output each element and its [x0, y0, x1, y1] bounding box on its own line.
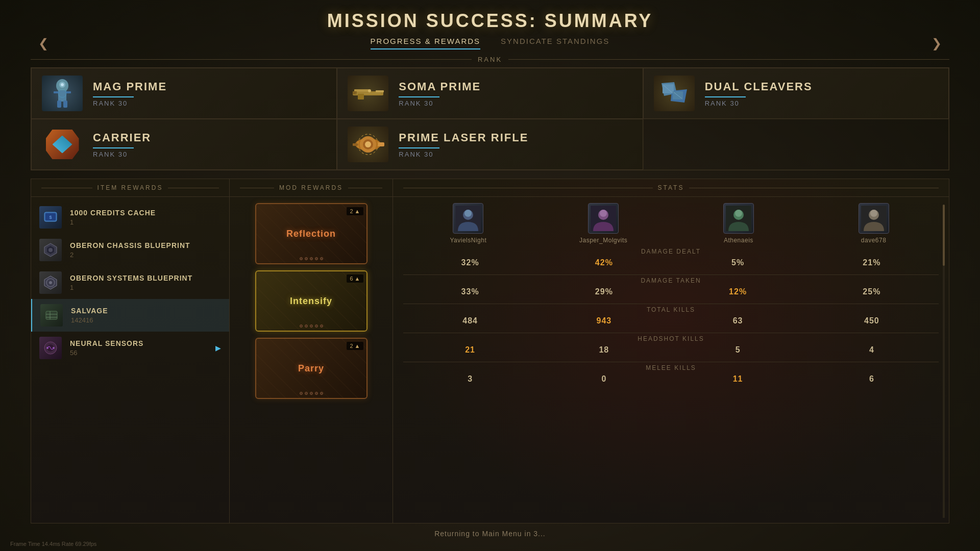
bottom-panels: ITEM REWARDS $ 1000 CREDITS CACHE 1 [31, 179, 949, 523]
item-row-oberon-chassis[interactable]: OBERON CHASSIS BLUEPRINT 2 [31, 234, 229, 266]
melee-kills-label: Melee Kills [403, 364, 939, 371]
credits-cache-name: 1000 CREDITS CACHE [70, 209, 156, 217]
stats-headshot-kills: Headshot Kills 21 18 5 4 [403, 335, 939, 359]
mod-rank-reflection: 2▲ [347, 207, 363, 215]
credits-cache-info: 1000 CREDITS CACHE 1 [70, 209, 156, 226]
melee-kills-p2: 0 [537, 373, 671, 388]
item-row-oberon-systems[interactable]: OBERON SYSTEMS BLUEPRINT 1 [31, 266, 229, 299]
divider-4 [403, 362, 939, 362]
oberon-chassis-icon [39, 239, 62, 261]
dmg-taken-p1: 33% [403, 286, 537, 300]
stats-content: STATS YavielsNight Jasper_Molgv [393, 179, 949, 523]
mod-dot-14 [315, 392, 318, 395]
headshot-kills-label: Headshot Kills [403, 335, 939, 342]
player-name-3: Athenaeis [724, 237, 753, 244]
mod-dots-parry [300, 392, 323, 395]
mag-prime-icon [42, 76, 83, 111]
mod-name-parry: Parry [298, 363, 324, 374]
mod-rank-intensify: 6▲ [347, 274, 363, 283]
mod-dot-9 [315, 324, 318, 328]
mag-prime-info: MAG PRIME RANK 30 [93, 80, 167, 107]
prime-laser-rifle-info: PRIME LASER RIFLE RANK 30 [399, 131, 528, 158]
rank-cell-empty [643, 119, 949, 170]
returning-text: Returning to Main Menu in 3... [434, 530, 546, 538]
damage-dealt-label: Damage Dealt [403, 248, 939, 255]
mod-list: 2▲ Reflection 6▲ I [230, 197, 393, 523]
stats-damage-dealt: Damage Dealt 32% 42% 5% 21% [403, 248, 939, 271]
mod-card-parry[interactable]: 2▲ Parry [255, 338, 368, 399]
divider-1 [403, 274, 939, 275]
stats-total-kills: Total Kills 484 943 63 450 [403, 306, 939, 330]
item-row-credits[interactable]: $ 1000 CREDITS CACHE 1 [31, 201, 229, 234]
svg-text:$: $ [49, 215, 52, 220]
item-row-neural-sensors[interactable]: NEURAL SENSORS 56 ▶ [31, 332, 229, 364]
soma-prime-name: SOMA PRIME [399, 80, 481, 93]
prime-laser-rifle-name: PRIME LASER RIFLE [399, 131, 528, 144]
dual-cleavers-info: DUAL CLEAVERS RANK 30 [705, 80, 813, 107]
rank-cell-mag-prime: MAG PRIME RANK 30 [31, 68, 337, 119]
item-row-salvage[interactable]: SALVAGE 142416 [31, 299, 229, 332]
mod-dot-7 [305, 324, 308, 328]
svg-point-7 [61, 83, 64, 86]
tab-arrow-left[interactable]: ❮ [31, 34, 56, 53]
player-col-4: dave678 [808, 203, 939, 244]
mod-rewards-header-line-right [348, 188, 382, 188]
tab-progress-rewards[interactable]: PROGRESS & REWARDS [371, 37, 480, 49]
svg-point-45 [53, 347, 55, 349]
stats-header-line-right [689, 188, 939, 188]
mod-card-intensify[interactable]: 6▲ Intensify [255, 270, 368, 332]
oberon-systems-info: OBERON SYSTEMS BLUEPRINT 1 [70, 274, 192, 291]
mod-card-reflection[interactable]: 2▲ Reflection [255, 203, 368, 264]
dmg-taken-p3: 12% [671, 286, 805, 300]
rank-header-line-left [31, 59, 472, 60]
salvage-icon [40, 304, 63, 327]
total-kills-p1: 484 [403, 315, 537, 330]
svg-point-34 [48, 248, 53, 252]
soma-prime-rank: RANK 30 [399, 96, 439, 107]
tab-syndicate-standings[interactable]: SYNDICATE STANDINGS [501, 37, 609, 49]
mod-dot-11 [300, 392, 303, 395]
mod-dot-3 [310, 257, 313, 260]
mod-rewards-header: MOD REWARDS [230, 179, 393, 197]
neural-sensors-icon [39, 337, 62, 359]
tab-arrow-right[interactable]: ❯ [924, 34, 949, 53]
total-kills-p2: 943 [537, 315, 671, 330]
item-rewards-panel: ITEM REWARDS $ 1000 CREDITS CACHE 1 [31, 179, 230, 523]
item-rewards-header-text: ITEM REWARDS [97, 184, 163, 191]
carrier-info: CARRIER RANK 30 [93, 131, 151, 158]
mod-rewards-panel: MOD REWARDS 2▲ Reflection [230, 179, 393, 523]
stats-players-row: YavielsNight Jasper_Molgvits Athenaeis [393, 197, 949, 248]
player-avatar-3 [723, 203, 754, 234]
rank-header-text: RANK [478, 56, 502, 63]
oberon-systems-name: OBERON SYSTEMS BLUEPRINT [70, 274, 192, 282]
stats-panel: STATS YavielsNight Jasper_Molgv [393, 179, 949, 523]
bottom-bar: Returning to Main Menu in 3... [31, 523, 949, 541]
mod-dot-12 [305, 392, 308, 395]
svg-rect-26 [378, 142, 384, 146]
svg-rect-2 [54, 91, 59, 93]
player-name-2: Jasper_Molgvits [579, 237, 627, 244]
item-rewards-header-line-right [168, 188, 219, 188]
svg-point-51 [600, 210, 607, 217]
prime-laser-rifle-icon [348, 127, 388, 162]
mod-dot-6 [300, 324, 303, 328]
tabs-container: ❮ PROGRESS & REWARDS SYNDICATE STANDINGS… [31, 37, 949, 49]
svg-point-37 [49, 281, 52, 284]
player-avatar-1 [453, 203, 483, 234]
svg-rect-27 [353, 143, 358, 146]
soma-prime-icon [348, 76, 388, 111]
credits-cache-qty: 1 [70, 218, 156, 226]
player-avatar-4 [859, 203, 889, 234]
mod-name-reflection: Reflection [286, 229, 336, 239]
mod-dot-13 [310, 392, 313, 395]
neural-sensors-arrow: ▶ [215, 344, 221, 352]
rank-cell-dual-cleavers: DUAL CLEAVERS RANK 30 [643, 68, 949, 119]
rank-header-line-right [508, 59, 949, 60]
headshot-kills-p4: 4 [805, 344, 939, 359]
headshot-kills-p3: 5 [671, 344, 805, 359]
dmg-dealt-p4: 21% [805, 257, 939, 271]
mod-dot-10 [320, 324, 323, 328]
rank-grid: MAG PRIME RANK 30 SOMA PRIME RA [31, 67, 949, 170]
mod-rewards-header-line-left [240, 188, 274, 188]
player-name-4: dave678 [861, 237, 887, 244]
